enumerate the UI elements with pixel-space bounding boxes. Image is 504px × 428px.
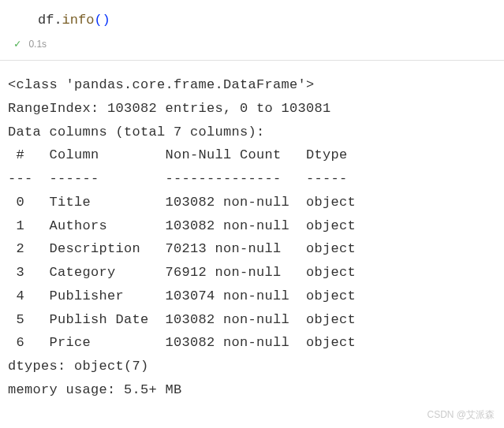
code-variable: df <box>38 13 54 28</box>
table-row: 1 Authors 103082 non-null object <box>8 218 356 233</box>
code-dot: . <box>54 13 62 28</box>
execution-status-row: ✓ 0.1s <box>0 34 504 61</box>
output-dtypes: dtypes: object(7) <box>8 359 149 374</box>
table-row: 2 Description 70213 non-null object <box>8 241 356 256</box>
output-table-header: # Column Non-Null Count Dtype <box>8 147 356 162</box>
table-row: 0 Title 103082 non-null object <box>8 195 356 210</box>
code-method: info <box>62 13 95 28</box>
output-memory: memory usage: 5.5+ MB <box>8 382 182 397</box>
success-check-icon: ✓ <box>14 37 21 50</box>
table-row: 5 Publish Date 103082 non-null object <box>8 312 356 327</box>
output-area: <class 'pandas.core.frame.DataFrame'> Ra… <box>0 61 504 415</box>
table-row: 6 Price 103082 non-null object <box>8 335 356 350</box>
output-class-line: <class 'pandas.core.frame.DataFrame'> <box>8 77 315 92</box>
execution-time: 0.1s <box>28 39 47 50</box>
table-row: 4 Publisher 103074 non-null object <box>8 288 356 303</box>
code-input-cell[interactable]: df.info() <box>0 0 504 34</box>
output-data-columns: Data columns (total 7 columns): <box>8 125 265 140</box>
watermark: CSDN @艾派森 <box>427 408 495 422</box>
output-range-index: RangeIndex: 103082 entries, 0 to 103081 <box>8 101 331 116</box>
table-row: 3 Category 76912 non-null object <box>8 265 356 280</box>
code-parentheses: () <box>94 13 110 28</box>
output-table-divider: --- ------ -------------- ----- <box>8 171 356 186</box>
